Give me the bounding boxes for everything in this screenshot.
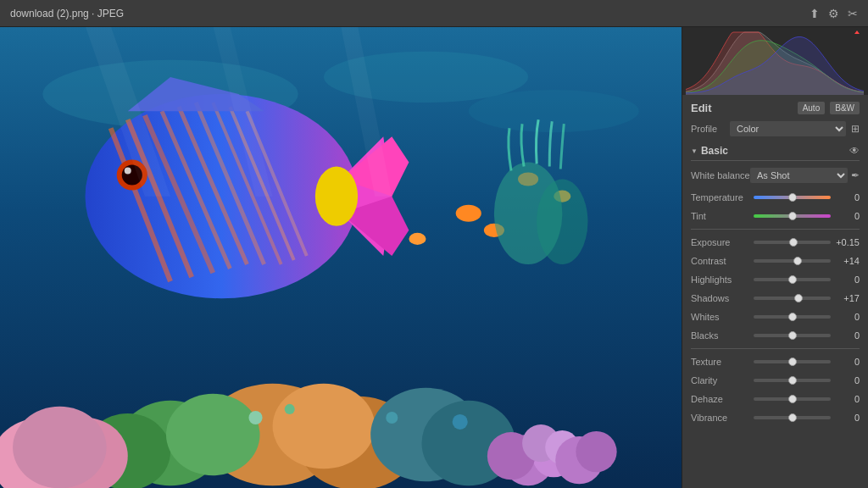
highlights-slider[interactable] (754, 278, 831, 281)
dehaze-row: Dehaze 0 (691, 391, 860, 407)
vibrance-slider[interactable] (754, 416, 831, 419)
tint-label: Tint (691, 211, 750, 221)
svg-point-48 (285, 404, 295, 414)
highlights-value: 0 (834, 274, 860, 285)
grid-icon[interactable]: ⊞ (851, 123, 860, 135)
clarity-slider[interactable] (754, 379, 831, 382)
highlights-label: Highlights (691, 274, 750, 285)
divider-2 (691, 348, 860, 349)
clarity-label: Clarity (691, 375, 750, 385)
profile-row: Profile Color Adobe Color Monochrome ⊞ (691, 121, 860, 136)
exposure-slider[interactable] (754, 241, 831, 244)
svg-point-46 (13, 407, 107, 488)
edit-title: Edit (691, 102, 712, 114)
profile-select[interactable]: Color Adobe Color Monochrome (730, 121, 846, 136)
svg-point-43 (576, 431, 616, 472)
dehaze-slider[interactable] (754, 397, 831, 401)
svg-point-34 (166, 394, 260, 475)
texture-slider[interactable] (754, 360, 831, 363)
vibrance-label: Vibrance (691, 413, 750, 423)
svg-point-22 (456, 205, 481, 222)
clarity-value: 0 (834, 375, 860, 385)
image-area (0, 27, 682, 488)
svg-point-3 (469, 90, 639, 132)
blacks-slider[interactable] (754, 334, 831, 337)
shadows-value: +17 (834, 293, 860, 303)
dehaze-label: Dehaze (691, 394, 750, 404)
temperature-row: Temperature 0 (691, 190, 860, 205)
upload-icon[interactable]: ⬆ (810, 7, 820, 20)
contrast-value: +14 (834, 256, 860, 266)
dehaze-value: 0 (834, 394, 860, 404)
svg-point-47 (248, 411, 262, 424)
exposure-row: Exposure +0.15 (691, 235, 860, 250)
vibrance-value: 0 (834, 413, 860, 423)
clarity-row: Clarity 0 (691, 373, 860, 388)
svg-point-28 (537, 180, 587, 265)
blacks-row: Blacks 0 (691, 328, 860, 343)
svg-point-20 (125, 167, 131, 174)
shadows-row: Shadows +17 (691, 291, 860, 306)
tint-value: 0 (834, 211, 860, 221)
bw-button[interactable]: B&W (830, 102, 860, 114)
temperature-label: Temperature (691, 192, 750, 202)
svg-point-17 (315, 166, 358, 225)
vibrance-row: Vibrance 0 (691, 410, 860, 425)
blacks-label: Blacks (691, 330, 750, 341)
whites-value: 0 (834, 312, 860, 322)
whites-row: Whites 0 (691, 309, 860, 324)
whites-slider[interactable] (754, 315, 831, 319)
svg-point-31 (273, 384, 376, 469)
image-canvas (0, 27, 682, 488)
titlebar: download (2).png · JPEG ⬆ ⚙ ✂ (0, 0, 868, 27)
temperature-value: 0 (834, 192, 860, 202)
svg-point-24 (409, 233, 426, 245)
blacks-value: 0 (834, 330, 860, 341)
shadows-slider[interactable] (754, 297, 831, 300)
edit-panel: Edit Auto B&W Profile Color Adobe Color … (682, 95, 868, 488)
highlights-row: Highlights 0 (691, 272, 860, 287)
wb-select[interactable]: As Shot Auto Daylight Cloudy Shade Custo… (750, 168, 848, 183)
white-balance-row: White balance As Shot Auto Daylight Clou… (691, 168, 860, 183)
texture-label: Texture (691, 357, 750, 367)
contrast-slider[interactable] (754, 259, 831, 263)
visibility-icon[interactable]: 👁 (849, 145, 860, 157)
edit-header: Edit Auto B&W (691, 102, 860, 114)
wb-label: White balance (691, 170, 750, 180)
svg-point-50 (453, 414, 468, 430)
right-panel: Edit Auto B&W Profile Color Adobe Color … (682, 27, 868, 488)
collapse-chevron[interactable]: ▼ (691, 147, 698, 155)
whites-label: Whites (691, 312, 750, 322)
texture-row: Texture 0 (691, 354, 860, 369)
basic-section-title: ▼ Basic (691, 145, 728, 157)
auto-button[interactable]: Auto (798, 102, 826, 114)
shadows-label: Shadows (691, 293, 750, 303)
svg-point-49 (386, 412, 398, 424)
main-area: Edit Auto B&W Profile Color Adobe Color … (0, 27, 868, 488)
histogram (682, 27, 868, 95)
temperature-slider[interactable] (754, 196, 831, 199)
edit-header-actions: Auto B&W (798, 102, 860, 114)
divider-1 (691, 229, 860, 230)
profile-label: Profile (691, 124, 725, 134)
contrast-row: Contrast +14 (691, 253, 860, 269)
contrast-label: Contrast (691, 256, 750, 266)
settings-icon[interactable]: ⚙ (828, 7, 839, 20)
tint-slider[interactable] (754, 214, 831, 218)
tint-row: Tint 0 (691, 208, 860, 224)
histogram-canvas (686, 30, 865, 95)
exposure-label: Exposure (691, 237, 750, 247)
eyedropper-icon[interactable]: ✒ (851, 169, 860, 181)
file-title: download (2).png · JPEG (10, 8, 124, 19)
titlebar-actions: ⬆ ⚙ ✂ (810, 7, 858, 20)
exposure-value: +0.15 (834, 237, 860, 247)
crop-icon[interactable]: ✂ (848, 7, 858, 20)
texture-value: 0 (834, 357, 860, 367)
basic-section-header: ▼ Basic 👁 (691, 145, 860, 161)
